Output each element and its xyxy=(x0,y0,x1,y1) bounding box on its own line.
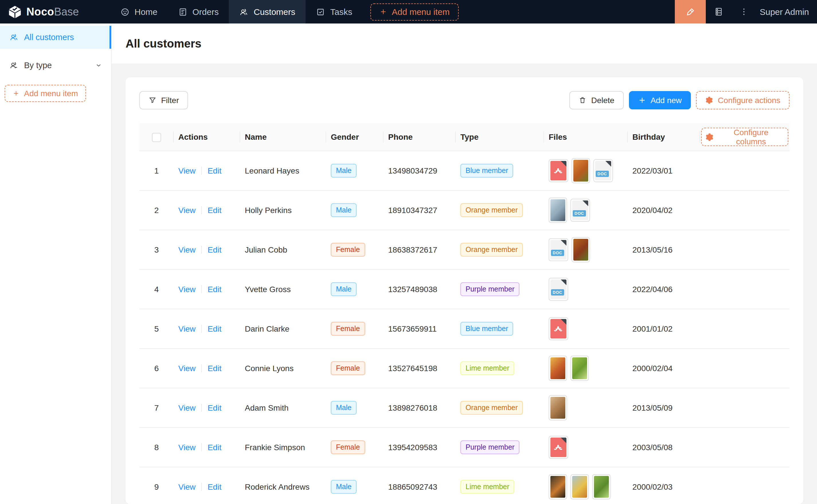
view-link[interactable]: View xyxy=(178,324,195,333)
row-actions: ViewEdit xyxy=(174,151,240,190)
select-all-checkbox[interactable] xyxy=(152,133,161,142)
image-attachment[interactable] xyxy=(549,356,567,381)
files-cell xyxy=(544,467,628,504)
edit-link[interactable]: Edit xyxy=(208,206,221,215)
cube-logo-icon xyxy=(8,5,22,19)
configure-column-cell xyxy=(700,309,790,349)
birthday-cell: 2022/04/06 xyxy=(628,269,700,309)
edit-link[interactable]: Edit xyxy=(208,166,221,175)
row-index: 7 xyxy=(139,388,174,428)
image-attachment[interactable] xyxy=(571,237,590,262)
type-cell: Lime member xyxy=(456,349,544,388)
view-link[interactable]: View xyxy=(178,364,195,373)
gender-cell: Male xyxy=(326,388,384,428)
phone-cell: 18910347327 xyxy=(384,190,456,230)
view-link[interactable]: View xyxy=(178,285,195,294)
phone-cell: 18865092743 xyxy=(384,467,456,504)
top-navbar: NocoBase Home xyxy=(0,0,817,23)
row-actions: ViewEdit xyxy=(174,190,240,230)
nav-item-label: Home xyxy=(134,7,157,17)
edit-link[interactable]: Edit xyxy=(208,324,221,333)
table-row: 7ViewEditAdam SmithMale13898276018Orange… xyxy=(139,388,790,428)
edit-link[interactable]: Edit xyxy=(208,443,221,452)
member-type-tag: Orange member xyxy=(460,243,523,257)
image-attachment[interactable] xyxy=(549,198,567,223)
link-separator xyxy=(201,167,202,175)
row-actions: ViewEdit xyxy=(174,230,240,269)
files-list xyxy=(549,395,623,420)
customer-name: Darin Clarke xyxy=(240,309,326,349)
type-cell: Orange member xyxy=(456,230,544,269)
doc-file-icon[interactable]: DOC xyxy=(549,278,568,301)
member-type-tag: Purple member xyxy=(460,440,520,454)
edit-link[interactable]: Edit xyxy=(208,285,221,294)
configure-column-cell xyxy=(700,349,790,388)
delete-button[interactable]: Delete xyxy=(569,91,624,109)
view-link[interactable]: View xyxy=(178,482,195,491)
pdf-file-icon[interactable] xyxy=(549,317,568,340)
gender-tag: Male xyxy=(331,282,357,296)
view-link[interactable]: View xyxy=(178,166,195,175)
add-new-button[interactable]: Add new xyxy=(629,91,691,109)
nav-add-menu-item-button[interactable]: Add menu item xyxy=(371,3,459,20)
gender-tag: Female xyxy=(331,322,365,336)
type-cell: Orange member xyxy=(456,190,544,230)
type-cell: Blue member xyxy=(456,151,544,190)
database-button[interactable] xyxy=(706,0,731,23)
row-actions: ViewEdit xyxy=(174,309,240,349)
folded-corner xyxy=(582,200,588,206)
configure-column-cell xyxy=(700,151,790,190)
filter-button[interactable]: Filter xyxy=(139,91,188,109)
doc-label: DOC xyxy=(596,171,609,177)
doc-file-icon[interactable]: DOC xyxy=(570,199,590,222)
edit-link[interactable]: Edit xyxy=(208,245,221,254)
files-cell: DOC xyxy=(544,230,628,269)
pdf-file-icon[interactable] xyxy=(549,436,568,459)
configure-column-cell xyxy=(700,467,790,504)
team-icon xyxy=(9,33,18,42)
view-link[interactable]: View xyxy=(178,403,195,412)
table-body: 1ViewEditLeonard HayesMale13498034729Blu… xyxy=(139,151,790,504)
configure-columns-button[interactable]: Configure columns xyxy=(701,128,788,146)
page-content: Filter D xyxy=(112,64,817,504)
customer-name: Connie Lyons xyxy=(240,349,326,388)
gender-cell: Male xyxy=(326,269,384,309)
database-icon xyxy=(714,7,723,17)
files-list: DOC xyxy=(549,278,623,301)
image-attachment[interactable] xyxy=(549,395,567,420)
birthday-cell: 2000/02/03 xyxy=(628,467,700,504)
brand-base: Base xyxy=(54,5,79,17)
image-attachment[interactable] xyxy=(570,356,589,381)
ui-editor-button[interactable] xyxy=(675,0,706,23)
edit-link[interactable]: Edit xyxy=(208,403,221,412)
edit-link[interactable]: Edit xyxy=(208,482,221,491)
files-list: DOC xyxy=(549,158,623,183)
configure-actions-button[interactable]: Configure actions xyxy=(696,91,790,109)
edit-link[interactable]: Edit xyxy=(208,364,221,373)
view-link[interactable]: View xyxy=(178,443,195,452)
sidebar-item-all-customers[interactable]: All customers xyxy=(0,26,111,49)
row-actions: ViewEdit xyxy=(174,269,240,309)
nav-item-tasks[interactable]: Tasks xyxy=(306,0,363,23)
view-link[interactable]: View xyxy=(178,206,195,215)
pdf-file-icon[interactable] xyxy=(549,159,568,182)
customer-name: Frankie Simpson xyxy=(240,428,326,467)
image-attachment[interactable] xyxy=(592,474,610,499)
view-link[interactable]: View xyxy=(178,245,195,254)
sidebar-add-menu-item-button[interactable]: Add menu item xyxy=(5,85,86,102)
image-attachment[interactable] xyxy=(549,474,567,499)
member-type-tag: Orange member xyxy=(460,203,523,217)
nav-item-orders[interactable]: Orders xyxy=(168,0,229,23)
nav-item-customers[interactable]: Customers xyxy=(229,0,306,23)
image-attachment[interactable] xyxy=(570,474,589,499)
more-actions-button[interactable] xyxy=(731,0,756,23)
row-index: 3 xyxy=(139,230,174,269)
doc-file-icon[interactable]: DOC xyxy=(549,238,568,261)
nav-item-home[interactable]: Home xyxy=(110,0,168,23)
doc-file-icon[interactable]: DOC xyxy=(593,159,613,182)
user-menu[interactable]: Super Admin xyxy=(756,0,817,23)
brand-logo[interactable]: NocoBase xyxy=(0,0,87,23)
sidebar-item-by-type[interactable]: By type xyxy=(0,54,111,77)
image-attachment[interactable] xyxy=(571,158,590,183)
gender-tag: Male xyxy=(331,480,357,494)
